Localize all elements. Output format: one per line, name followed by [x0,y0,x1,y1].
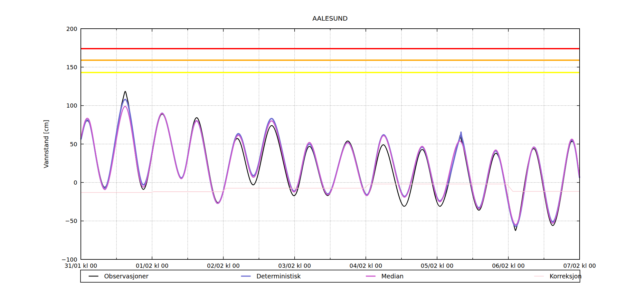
y-tick-label: 200 [66,25,77,32]
legend-label: Observasjoner [104,273,148,280]
legend-label: Median [381,273,403,280]
y-tick-label: 100 [66,102,77,109]
threshold-lines [81,49,580,72]
y-tick-label: −100 [62,256,77,263]
y-tick-label: 150 [66,64,77,71]
series-lines [81,91,580,230]
legend-box [80,270,580,282]
x-tick-label: 04/02 kl 00 [349,262,382,269]
gridlines [81,29,580,259]
x-tick-label: 06/02 kl 00 [492,262,525,269]
y-axis-label: Vannstand [cm] [43,120,50,168]
legend-label: Deterministisk [256,273,301,280]
x-tick-label: 05/02 kl 00 [421,262,454,269]
series-deterministisk [81,100,580,227]
series-median [81,106,580,225]
screenshot-root: 200150100500−50−10031/01 kl 0001/02 kl 0… [0,0,644,290]
x-tick-label: 01/02 kl 00 [136,262,168,269]
series-observasjoner [81,91,580,230]
axis-tick-labels: 200150100500−50−10031/01 kl 0001/02 kl 0… [62,25,596,269]
y-tick-label: 50 [70,141,77,148]
x-tick-label: 31/01 kl 00 [64,262,97,269]
legend-label: Korreksjon [550,273,582,280]
y-tick-label: 0 [74,179,77,186]
chart-canvas: 200150100500−50−10031/01 kl 0001/02 kl 0… [0,0,644,290]
x-tick-label: 02/02 kl 00 [207,262,240,269]
x-tick-label: 07/02 kl 00 [563,262,596,269]
legend: ObservasjonerDeterministiskMedianKorreks… [80,270,582,282]
chart-title: AALESUND [312,15,347,22]
x-tick-label: 03/02 kl 00 [278,262,311,269]
y-tick-label: −50 [65,218,77,224]
